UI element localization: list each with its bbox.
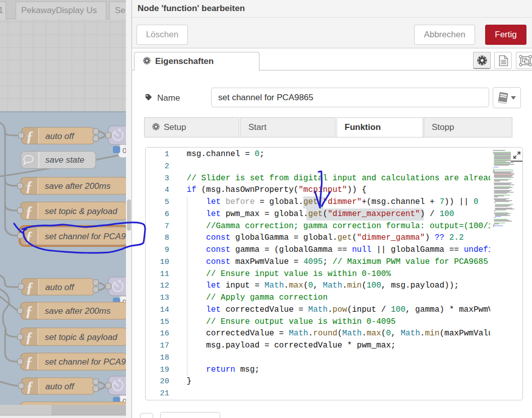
svg-text:set topic & payload: set topic & payload (45, 206, 117, 216)
svg-text:ƒ: ƒ (25, 303, 33, 319)
svg-text:save after 200ms: save after 200ms (45, 306, 111, 316)
svg-text:ƒ: ƒ (25, 329, 33, 345)
svg-text:ƒ: ƒ (26, 128, 34, 144)
svg-text:set channel for PCA9: set channel for PCA9 (45, 357, 126, 367)
svg-text:ƒ: ƒ (25, 228, 33, 244)
svg-text:auto off: auto off (45, 131, 75, 141)
svg-text:ƒ: ƒ (25, 354, 33, 370)
svg-text:0: 0 (122, 146, 126, 155)
svg-text:ƒ: ƒ (25, 178, 33, 194)
svg-text:ƒ: ƒ (26, 378, 34, 394)
svg-text:auto off: auto off (45, 382, 75, 391)
svg-text:auto off: auto off (45, 283, 75, 292)
svg-text:ƒ: ƒ (26, 279, 34, 295)
svg-text:ƒ: ƒ (25, 203, 33, 219)
svg-text:save after 200ms: save after 200ms (45, 181, 111, 191)
svg-text:save state: save state (45, 155, 85, 165)
svg-text:set topic & payload: set topic & payload (45, 332, 117, 342)
svg-text:set channel for PCA9: set channel for PCA9 (45, 232, 126, 241)
